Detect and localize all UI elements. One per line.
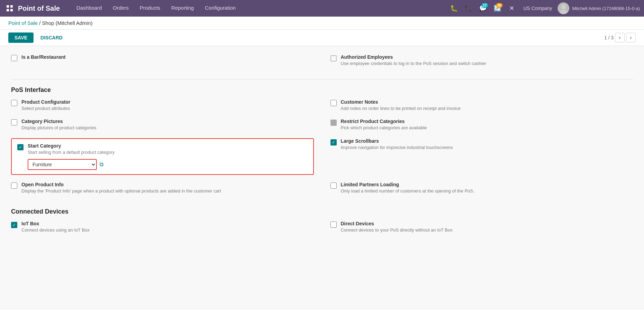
authorized-employees-checkbox[interactable] bbox=[330, 55, 337, 62]
chat-icon[interactable]: 💬 17 bbox=[477, 2, 489, 14]
svg-rect-0 bbox=[7, 5, 9, 8]
nav-products[interactable]: Products bbox=[134, 0, 166, 17]
large-scrollbars-label: Large Scrollbars bbox=[341, 138, 453, 144]
start-category-checkbox[interactable]: ✓ bbox=[17, 144, 24, 150]
svg-point-5 bbox=[560, 10, 567, 14]
iot-box-field: ✓ IoT Box Connect devices using an IoT B… bbox=[11, 221, 314, 233]
product-configurator-desc: Select product attributes bbox=[21, 105, 71, 112]
svg-rect-1 bbox=[10, 5, 13, 8]
category-pictures-checkbox-wrapper[interactable] bbox=[11, 119, 17, 125]
category-pictures-field: Category Pictures Display pictures of pr… bbox=[11, 119, 314, 131]
product-configurator-field: Product Configurator Select product attr… bbox=[11, 99, 314, 112]
product-configurator-label: Product Configurator bbox=[21, 99, 71, 105]
save-button[interactable]: SAVE bbox=[8, 32, 34, 43]
start-category-label: Start Category bbox=[28, 143, 114, 149]
toolbar: SAVE DISCARD 1 / 3 ‹ › bbox=[0, 30, 644, 46]
direct-devices-label: Direct Devices bbox=[341, 221, 452, 226]
open-product-info-field: Open Product Info Display the 'Product I… bbox=[11, 182, 314, 194]
nav-reporting[interactable]: Reporting bbox=[166, 0, 199, 17]
nav-configuration[interactable]: Configuration bbox=[199, 0, 241, 17]
username-display[interactable]: Mitchell Admin (17248068-15-0-a) bbox=[572, 6, 640, 11]
bug-icon[interactable]: 🐛 bbox=[448, 2, 460, 14]
main-content: Is a Bar/Restaurant Authorized Employees… bbox=[0, 46, 644, 301]
pagination: 1 / 3 ‹ › bbox=[604, 33, 636, 43]
clock-badge: 30 bbox=[496, 3, 503, 8]
breadcrumb-separator: / bbox=[39, 20, 42, 26]
category-pictures-checkbox[interactable] bbox=[11, 119, 17, 125]
open-product-info-desc: Display the 'Product Info' page when a p… bbox=[21, 188, 221, 194]
breadcrumb-current: Shop (Mitchell Admin) bbox=[42, 20, 93, 26]
svg-point-4 bbox=[561, 4, 566, 9]
customer-notes-desc: Add notes on order lines to be printed o… bbox=[341, 105, 461, 112]
large-scrollbars-checkbox[interactable]: ✓ bbox=[330, 139, 337, 145]
connected-devices-title: Connected Devices bbox=[11, 208, 633, 215]
topnav-menu: Dashboard Orders Products Reporting Conf… bbox=[71, 0, 448, 17]
topnav-right: 🐛 📞 💬 17 🔄 30 ✕ US Company Mitchell Admi… bbox=[448, 2, 640, 14]
category-pictures-desc: Display pictures of product categories bbox=[21, 125, 96, 131]
authorized-employees-label: Authorized Employees bbox=[341, 54, 486, 60]
open-product-info-label: Open Product Info bbox=[21, 182, 221, 187]
restrict-product-categories-field: Restrict Product Categories Pick which p… bbox=[330, 119, 633, 131]
iot-box-desc: Connect devices using an IoT Box bbox=[21, 227, 90, 233]
direct-devices-desc: Connect devices to your PoS directly wit… bbox=[341, 227, 452, 233]
user-avatar[interactable] bbox=[558, 2, 569, 14]
iot-box-label: IoT Box bbox=[21, 221, 90, 226]
authorized-employees-desc: Use employee credentials to log in to th… bbox=[341, 60, 486, 67]
svg-rect-2 bbox=[7, 9, 9, 11]
start-category-dropdown[interactable]: Furniture bbox=[28, 159, 97, 170]
close-icon[interactable]: ✕ bbox=[506, 2, 518, 14]
product-configurator-checkbox[interactable] bbox=[11, 100, 17, 106]
bar-restaurant-checkbox-wrapper[interactable] bbox=[11, 55, 17, 61]
category-pictures-label: Category Pictures bbox=[21, 119, 96, 124]
chat-badge: 17 bbox=[482, 3, 488, 8]
company-selector[interactable]: US Company bbox=[521, 6, 555, 11]
product-configurator-checkbox-wrapper[interactable] bbox=[11, 100, 17, 106]
limited-partners-loading-label: Limited Partners Loading bbox=[341, 182, 475, 187]
iot-box-checkbox[interactable]: ✓ bbox=[11, 222, 17, 228]
open-product-info-checkbox-wrapper[interactable] bbox=[11, 182, 17, 189]
app-logo: Point of Sale bbox=[18, 4, 60, 12]
pagination-next[interactable]: › bbox=[626, 33, 636, 43]
connected-devices-fields: ✓ IoT Box Connect devices using an IoT B… bbox=[11, 221, 633, 240]
restrict-product-categories-desc: Pick which product categories are availa… bbox=[341, 125, 427, 131]
restrict-product-categories-label: Restrict Product Categories bbox=[341, 119, 427, 124]
pos-interface-title: PoS Interface bbox=[11, 86, 633, 94]
nav-dashboard[interactable]: Dashboard bbox=[71, 0, 107, 17]
bar-restaurant-label: Is a Bar/Restaurant bbox=[21, 54, 66, 60]
limited-partners-checkbox-wrapper[interactable] bbox=[330, 182, 337, 189]
authorized-employees-field: Authorized Employees Use employee creden… bbox=[330, 54, 633, 67]
breadcrumb-parent[interactable]: Point of Sale bbox=[8, 20, 38, 26]
svg-rect-3 bbox=[10, 9, 13, 11]
direct-devices-checkbox-wrapper[interactable] bbox=[330, 222, 337, 228]
limited-partners-loading-desc: Only load a limited number of customers … bbox=[341, 188, 475, 194]
direct-devices-field: Direct Devices Connect devices to your P… bbox=[330, 221, 633, 233]
limited-partners-checkbox[interactable] bbox=[330, 182, 337, 189]
customer-notes-label: Customer Notes bbox=[341, 99, 461, 105]
clock-icon[interactable]: 🔄 30 bbox=[492, 2, 503, 14]
customer-notes-field: Customer Notes Add notes on order lines … bbox=[330, 99, 633, 112]
grid-icon[interactable] bbox=[4, 3, 15, 14]
breadcrumb: Point of Sale / Shop (Mitchell Admin) bbox=[0, 17, 644, 30]
external-link-icon[interactable]: ⧉ bbox=[100, 161, 103, 168]
bar-restaurant-field: Is a Bar/Restaurant bbox=[11, 54, 314, 67]
limited-partners-loading-field: Limited Partners Loading Only load a lim… bbox=[330, 182, 633, 194]
open-product-info-checkbox[interactable] bbox=[11, 182, 17, 189]
customer-notes-checkbox[interactable] bbox=[330, 100, 337, 106]
start-category-desc: Start selling from a default product cat… bbox=[28, 149, 114, 156]
pos-interface-fields: Product Configurator Select product attr… bbox=[11, 99, 633, 201]
category-dropdown-row: Furniture ⧉ bbox=[28, 159, 308, 170]
direct-devices-checkbox[interactable] bbox=[330, 222, 337, 228]
phone-icon[interactable]: 📞 bbox=[463, 2, 474, 14]
large-scrollbars-desc: Improve navigation for imprecise industr… bbox=[341, 144, 453, 151]
start-category-section: ✓ Start Category Start selling from a de… bbox=[11, 138, 314, 175]
restrict-product-categories-checkbox[interactable] bbox=[330, 120, 337, 126]
topnav: Point of Sale Dashboard Orders Products … bbox=[0, 0, 644, 17]
bar-restaurant-checkbox[interactable] bbox=[11, 55, 17, 61]
discard-button[interactable]: DISCARD bbox=[38, 32, 65, 43]
customer-notes-checkbox-wrapper[interactable] bbox=[330, 100, 337, 106]
pagination-prev[interactable]: ‹ bbox=[615, 33, 625, 43]
nav-orders[interactable]: Orders bbox=[108, 0, 134, 17]
pagination-info: 1 / 3 bbox=[604, 35, 614, 40]
large-scrollbars-field: ✓ Large Scrollbars Improve navigation fo… bbox=[330, 138, 633, 175]
start-category-field: ✓ Start Category Start selling from a de… bbox=[17, 143, 308, 156]
